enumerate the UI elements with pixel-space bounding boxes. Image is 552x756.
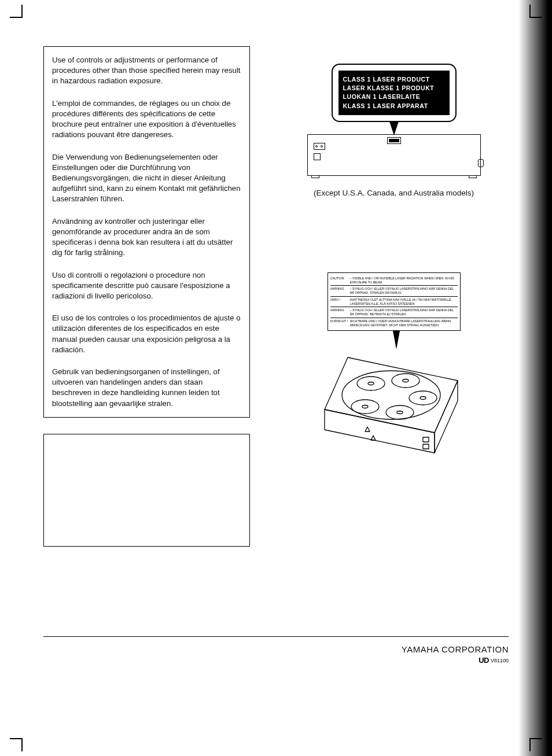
svg-marker-14 <box>365 427 370 432</box>
caution-row-label: CAUTION <box>330 276 350 285</box>
caution-row: CAUTION– VISIBLE AND / OR INVISIBLE LASE… <box>330 275 458 286</box>
caution-row-label: VARNING <box>330 308 350 316</box>
laser-label-line4: KLASS 1 LASER APPARAT <box>343 102 445 110</box>
laser-class-label: CLASS 1 LASER PRODUCT LASER KLASSE 1 PRO… <box>332 64 457 122</box>
caution-row-label: VARO ! <box>330 298 350 306</box>
svg-point-9 <box>368 382 374 385</box>
empty-box <box>43 434 250 547</box>
callout-pointer-icon <box>389 121 399 135</box>
caution-row: VARNING– SYNLIG OCH / ELLER OSYNLIG LASE… <box>330 286 458 297</box>
caution-row: VARO !AVATTAESSA OLET ALTTIINA NÄKYVÄLLE… <box>330 297 458 308</box>
svg-point-13 <box>362 405 368 408</box>
warning-english: Use of controls or adjustments or perfor… <box>52 55 242 87</box>
svg-point-10 <box>403 379 409 382</box>
warning-spanish: El uso de los controles o los procedimie… <box>52 313 242 355</box>
svg-marker-0 <box>325 357 458 433</box>
svg-marker-15 <box>371 436 376 440</box>
device-rear-diagram <box>307 134 481 176</box>
sub-logo-text: V81100 <box>491 658 509 663</box>
svg-point-4 <box>357 377 385 390</box>
warning-swedish: Användning av kontroller och justeringar… <box>52 216 242 259</box>
warning-german: Die Verwendung von Bedienungselementen o… <box>52 152 242 205</box>
caution-row-text: – VISIBLE AND / OR INVISIBLE LASER RADIA… <box>350 276 458 285</box>
caution-row-label: VORSICHT ! <box>330 319 350 327</box>
caution-row: VARNING– SYNLIG OCH / ELLER OSYNLIG LASE… <box>330 307 458 318</box>
laser-label-line1: CLASS 1 LASER PRODUCT <box>343 75 445 84</box>
multilingual-warning-box: Use of controls or adjustments or perfor… <box>43 46 250 418</box>
laser-label-line3: LUOKAN 1 LASERLAITE <box>343 93 445 101</box>
sub-logo: UD <box>479 656 489 665</box>
caution-row-text: – SYNLIG OCH / ELLER OSYNLIG LASERSTRÅLN… <box>350 287 458 295</box>
footer-divider <box>43 636 509 637</box>
svg-point-7 <box>386 405 414 419</box>
footer-brand: YAMAHA CORPORATION UD V81100 <box>402 644 509 665</box>
svg-marker-2 <box>435 381 458 453</box>
page-edge-gradient <box>518 0 552 756</box>
disc-tray-illustration: CAUTION– VISIBLE AND / OR INVISIBLE LASE… <box>307 272 481 468</box>
svg-point-11 <box>420 397 426 400</box>
caution-row-label: VARNING <box>330 287 350 295</box>
svg-point-6 <box>409 391 437 405</box>
svg-marker-1 <box>325 410 435 453</box>
caution-row-text: AVATTAESSA OLET ALTTIINA NÄKYVÄLLE JA / … <box>350 298 458 306</box>
svg-point-8 <box>351 400 379 414</box>
caution-row-text: SICHTBARE UND / ODER UNSICHTBARE LASERST… <box>350 319 458 327</box>
svg-point-5 <box>392 374 419 388</box>
caution-row-text: – SYNLIG OCH / ELLER OSYNLIG LASERSTRÅLN… <box>350 308 458 316</box>
svg-point-12 <box>397 411 403 414</box>
rear-panel-illustration: CLASS 1 LASER PRODUCT LASER KLASSE 1 PRO… <box>307 64 481 197</box>
disc-tray-diagram <box>313 346 475 467</box>
brand-name: YAMAHA CORPORATION <box>402 644 509 654</box>
svg-rect-17 <box>423 444 429 449</box>
warning-french: L'emploi de commandes, de réglages ou un… <box>52 98 242 141</box>
svg-rect-16 <box>423 437 429 442</box>
warning-italian: Uso di controlli o regolazioni o procedu… <box>52 270 242 302</box>
caution-label-table: CAUTION– VISIBLE AND / OR INVISIBLE LASE… <box>327 272 461 331</box>
rear-panel-caption: (Except U.S.A, Canada, and Australia mod… <box>307 189 481 197</box>
laser-label-line2: LASER KLASSE 1 PRODUKT <box>343 84 445 93</box>
caution-row: VORSICHT !SICHTBARE UND / ODER UNSICHTBA… <box>330 318 458 329</box>
warning-dutch: Gebruik van bedieningsorganen of instell… <box>52 367 242 409</box>
